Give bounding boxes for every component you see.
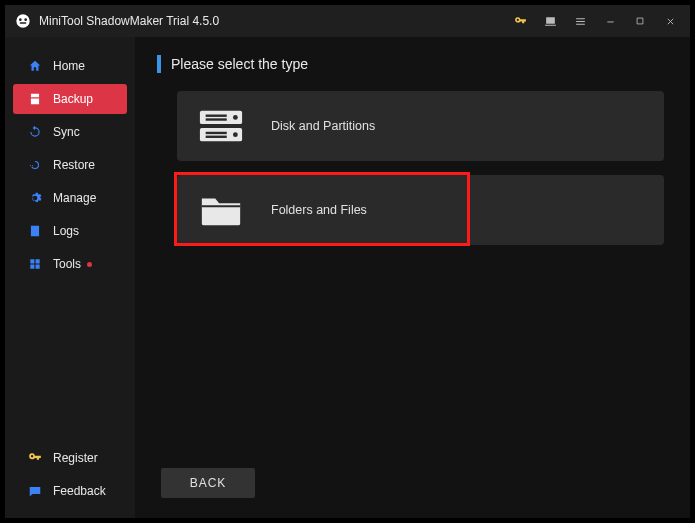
- disk-icon: [195, 104, 247, 148]
- sidebar-item-label: Tools: [53, 257, 81, 271]
- svg-rect-6: [206, 136, 227, 138]
- main-panel: Please select the type: [135, 37, 690, 518]
- feedback-icon: [27, 483, 43, 499]
- sidebar-item-register[interactable]: Register: [5, 443, 135, 473]
- option-disk-partitions[interactable]: Disk and Partitions: [177, 91, 664, 161]
- folder-icon: [195, 188, 247, 232]
- logs-icon: [27, 223, 43, 239]
- menu-icon[interactable]: [570, 11, 590, 31]
- page-title: Please select the type: [171, 56, 308, 72]
- sidebar-item-tools[interactable]: Tools: [5, 249, 135, 279]
- sidebar-item-label: Home: [53, 59, 85, 73]
- option-list: Disk and Partitions Folders and Files: [157, 91, 668, 259]
- sidebar-item-label: Manage: [53, 191, 96, 205]
- sidebar-item-manage[interactable]: Manage: [5, 183, 135, 213]
- content-area: Home Backup Sync Restore Manage Logs: [5, 37, 690, 518]
- app-logo-icon: [15, 13, 31, 29]
- header-accent-bar: [157, 55, 161, 73]
- close-icon[interactable]: [660, 11, 680, 31]
- gear-icon: [27, 190, 43, 206]
- option-folders-files[interactable]: Folders and Files: [177, 175, 664, 245]
- sync-icon: [27, 124, 43, 140]
- svg-point-7: [233, 132, 238, 137]
- sidebar-item-label: Restore: [53, 158, 95, 172]
- svg-rect-2: [206, 115, 227, 117]
- sidebar-item-home[interactable]: Home: [5, 51, 135, 81]
- sidebar-item-restore[interactable]: Restore: [5, 150, 135, 180]
- option-label: Folders and Files: [271, 203, 367, 217]
- sidebar-item-label: Feedback: [53, 484, 106, 498]
- app-window: MiniTool ShadowMaker Trial 4.5.0 Home: [4, 4, 691, 519]
- home-icon: [27, 58, 43, 74]
- svg-rect-5: [206, 132, 227, 134]
- titlebar: MiniTool ShadowMaker Trial 4.5.0: [5, 5, 690, 37]
- sidebar: Home Backup Sync Restore Manage Logs: [5, 37, 135, 518]
- page-header: Please select the type: [157, 55, 668, 73]
- maximize-icon[interactable]: [630, 11, 650, 31]
- key-icon[interactable]: [510, 11, 530, 31]
- option-label: Disk and Partitions: [271, 119, 375, 133]
- tools-icon: [27, 256, 43, 272]
- sidebar-item-backup[interactable]: Backup: [13, 84, 127, 114]
- notification-dot-icon: [87, 262, 92, 267]
- sidebar-item-feedback[interactable]: Feedback: [5, 476, 135, 506]
- sidebar-item-sync[interactable]: Sync: [5, 117, 135, 147]
- sidebar-item-label: Register: [53, 451, 98, 465]
- sidebar-item-label: Sync: [53, 125, 80, 139]
- sidebar-item-label: Backup: [53, 92, 93, 106]
- back-button[interactable]: BACK: [161, 468, 255, 498]
- restore-icon: [27, 157, 43, 173]
- sidebar-item-logs[interactable]: Logs: [5, 216, 135, 246]
- sidebar-item-label: Logs: [53, 224, 79, 238]
- minimize-icon[interactable]: [600, 11, 620, 31]
- computer-icon[interactable]: [540, 11, 560, 31]
- backup-icon: [27, 91, 43, 107]
- svg-point-4: [233, 115, 238, 120]
- svg-rect-3: [206, 118, 227, 120]
- footer: BACK: [157, 468, 668, 498]
- app-title: MiniTool ShadowMaker Trial 4.5.0: [39, 14, 219, 28]
- key-icon: [27, 450, 43, 466]
